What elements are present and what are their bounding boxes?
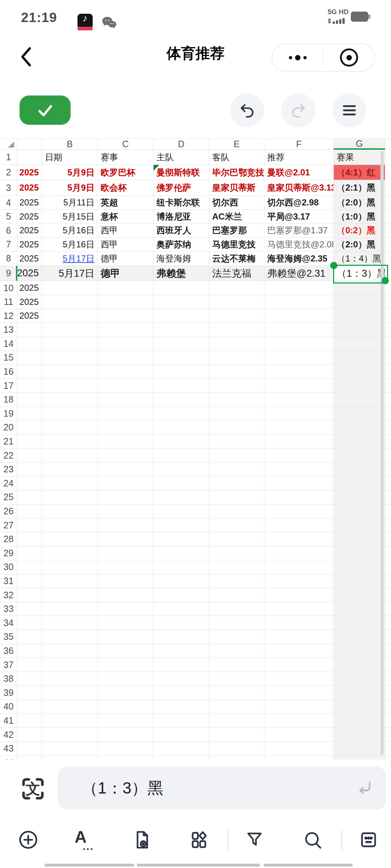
cell-D2[interactable]: 曼彻斯特联 bbox=[154, 165, 209, 180]
cell-E31[interactable] bbox=[209, 574, 264, 588]
cell-F35[interactable] bbox=[264, 630, 334, 644]
cell-A23[interactable] bbox=[17, 463, 42, 477]
cell-E8[interactable]: 云达不莱梅 bbox=[209, 251, 264, 266]
cell-B42[interactable] bbox=[42, 728, 98, 742]
cell-D34[interactable] bbox=[154, 616, 209, 630]
cell-G5[interactable]: （1:0）黑 bbox=[334, 210, 385, 224]
cell-G23[interactable] bbox=[334, 463, 385, 477]
cell-C42[interactable] bbox=[98, 728, 154, 742]
cell-D20[interactable] bbox=[154, 421, 209, 435]
cell-G35[interactable] bbox=[334, 630, 385, 644]
cell-A25[interactable] bbox=[17, 490, 42, 505]
cell-A14[interactable] bbox=[17, 337, 42, 351]
cell-D43[interactable] bbox=[154, 742, 209, 756]
cell-F9[interactable]: 弗赖堡@2.31 bbox=[264, 266, 334, 281]
cell-A34[interactable] bbox=[17, 616, 42, 630]
cell-E7[interactable]: 马德里竞技 bbox=[209, 238, 264, 251]
row-header-41[interactable]: 41 bbox=[0, 714, 17, 728]
cell-E27[interactable] bbox=[209, 518, 264, 532]
cell-C36[interactable] bbox=[98, 644, 154, 658]
cell-E13[interactable] bbox=[209, 323, 264, 337]
cell-E9[interactable]: 法兰克福 bbox=[209, 266, 264, 281]
confirm-button[interactable] bbox=[20, 95, 71, 125]
spreadsheet-grid[interactable]: BCDEFG1日期赛事主队客队推荐赛果220255月9日欧罗巴杯曼彻斯特联毕尔巴… bbox=[0, 139, 391, 760]
row-header-35[interactable]: 35 bbox=[0, 630, 17, 644]
cell-E4[interactable]: 切尔西 bbox=[209, 196, 264, 210]
selection-handle-topleft[interactable] bbox=[330, 262, 337, 269]
cell-B41[interactable] bbox=[42, 714, 98, 728]
row-header-40[interactable]: 40 bbox=[0, 700, 17, 714]
cell-C21[interactable] bbox=[98, 435, 154, 449]
cell-A26[interactable] bbox=[17, 505, 42, 519]
cell-C14[interactable] bbox=[98, 337, 154, 351]
row-header-26[interactable]: 26 bbox=[0, 505, 17, 519]
row-header-23[interactable]: 23 bbox=[0, 463, 17, 477]
row-header-17[interactable]: 17 bbox=[0, 379, 17, 393]
cell-C1[interactable]: 赛事 bbox=[98, 150, 154, 165]
cell-F31[interactable] bbox=[264, 574, 334, 588]
cell-D12[interactable] bbox=[154, 309, 209, 323]
cell-E25[interactable] bbox=[209, 490, 264, 505]
cell-A37[interactable] bbox=[17, 658, 42, 672]
filter-button[interactable] bbox=[243, 828, 266, 851]
cell-F36[interactable] bbox=[264, 644, 334, 658]
cell-G16[interactable] bbox=[334, 365, 385, 379]
cell-B11[interactable] bbox=[42, 295, 98, 309]
cell-C12[interactable] bbox=[98, 309, 154, 323]
cell-F5[interactable]: 平局@3.17 bbox=[264, 210, 334, 224]
row-header-11[interactable]: 11 bbox=[0, 295, 17, 309]
cell-F29[interactable] bbox=[264, 546, 334, 561]
cell-F30[interactable] bbox=[264, 560, 334, 574]
cell-C41[interactable] bbox=[98, 714, 154, 728]
cell-F32[interactable] bbox=[264, 588, 334, 602]
cell-A9[interactable]: 2025 bbox=[17, 266, 42, 281]
cell-D13[interactable] bbox=[154, 323, 209, 337]
cell-C32[interactable] bbox=[98, 588, 154, 602]
cell-B3[interactable]: 5月9日 bbox=[42, 180, 98, 196]
cell-G13[interactable] bbox=[334, 323, 385, 337]
cell-B7[interactable]: 5月16日 bbox=[42, 238, 98, 251]
cell-E11[interactable] bbox=[209, 295, 264, 309]
cell-D42[interactable] bbox=[154, 728, 209, 742]
cell-C2[interactable]: 欧罗巴杯 bbox=[98, 165, 154, 180]
cell-E36[interactable] bbox=[209, 644, 264, 658]
cell-C43[interactable] bbox=[98, 742, 154, 756]
cell-G12[interactable] bbox=[334, 309, 385, 323]
cell-B35[interactable] bbox=[42, 630, 98, 644]
cell-G9[interactable]: （1：3）黑 bbox=[334, 266, 385, 281]
cell-G7[interactable]: （2:0）黑 bbox=[334, 238, 385, 251]
cell-D25[interactable] bbox=[154, 490, 209, 505]
cell-F25[interactable] bbox=[264, 490, 334, 505]
cell-G34[interactable] bbox=[334, 616, 385, 630]
cell-F27[interactable] bbox=[264, 518, 334, 532]
column-header-G[interactable]: G bbox=[334, 139, 385, 150]
cell-G42[interactable] bbox=[334, 728, 385, 742]
cell-A3[interactable]: 2025 bbox=[17, 180, 42, 196]
cell-A15[interactable] bbox=[17, 351, 42, 365]
cell-B37[interactable] bbox=[42, 658, 98, 672]
cell-E43[interactable] bbox=[209, 742, 264, 756]
cell-D7[interactable]: 奥萨苏纳 bbox=[154, 238, 209, 251]
keyboard-button[interactable] bbox=[357, 828, 380, 851]
cell-G40[interactable] bbox=[334, 700, 385, 714]
redo-button[interactable] bbox=[281, 93, 315, 127]
cell-C4[interactable]: 英超 bbox=[98, 196, 154, 210]
cell-G3[interactable]: （2:1）黑 bbox=[334, 180, 385, 196]
cell-C9[interactable]: 德甲 bbox=[98, 266, 154, 281]
cell-G41[interactable] bbox=[334, 714, 385, 728]
cell-E1[interactable]: 客队 bbox=[209, 150, 264, 165]
cell-E10[interactable] bbox=[209, 281, 264, 295]
cell-B30[interactable] bbox=[42, 560, 98, 574]
cell-F40[interactable] bbox=[264, 700, 334, 714]
cell-B4[interactable]: 5月11日 bbox=[42, 196, 98, 210]
cell-D26[interactable] bbox=[154, 505, 209, 519]
cell-E15[interactable] bbox=[209, 351, 264, 365]
cell-B17[interactable] bbox=[42, 379, 98, 393]
cell-F17[interactable] bbox=[264, 379, 334, 393]
cell-D41[interactable] bbox=[154, 714, 209, 728]
cell-B36[interactable] bbox=[42, 644, 98, 658]
cell-A19[interactable] bbox=[17, 407, 42, 421]
cell-E20[interactable] bbox=[209, 421, 264, 435]
cell-A33[interactable] bbox=[17, 602, 42, 616]
row-header-6[interactable]: 6 bbox=[0, 224, 17, 238]
